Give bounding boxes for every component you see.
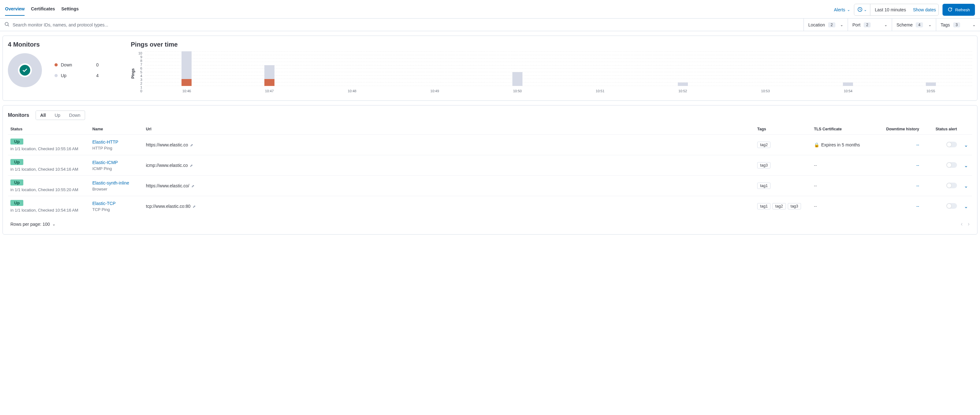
svg-point-1 (5, 22, 8, 25)
monitor-type: HTTP Ping (92, 146, 141, 150)
refresh-icon (948, 7, 953, 13)
search-icon (5, 22, 10, 28)
downtime-history[interactable]: -- (916, 204, 919, 209)
col-alert: Status alert (922, 124, 959, 135)
quick-select-button[interactable]: ⌄ (854, 4, 870, 16)
filter-scheme[interactable]: Scheme 4 ⌄ (892, 19, 936, 31)
legend-dot-up (54, 74, 58, 77)
tab-overview[interactable]: Overview (5, 6, 25, 16)
col-url: Url (143, 124, 755, 135)
tag-badge[interactable]: tag2 (772, 203, 786, 209)
tag-badge[interactable]: tag2 (757, 142, 770, 148)
pager-prev[interactable]: ‹ (961, 221, 963, 227)
external-link-icon: ⬈ (190, 163, 193, 168)
monitor-name-link[interactable]: Elastic-TCP (92, 201, 116, 206)
expand-row-button[interactable]: ⌄ (964, 163, 968, 168)
tag-badge[interactable]: tag3 (757, 162, 770, 168)
alerts-dropdown[interactable]: Alerts ⌄ (834, 7, 851, 12)
status-alert-toggle[interactable] (946, 162, 957, 168)
downtime-history[interactable]: -- (916, 183, 919, 188)
filter-location-label: Location (808, 22, 825, 27)
search-input[interactable] (13, 22, 799, 27)
monitor-name-link[interactable]: Elastic-HTTP (92, 139, 118, 144)
tab-settings[interactable]: Settings (62, 6, 79, 16)
chevron-down-icon: ⌄ (840, 23, 843, 27)
external-link-icon: ⬈ (192, 204, 196, 209)
legend-down-label: Down (61, 62, 72, 67)
x-tick: 10:55 (889, 87, 972, 95)
x-tick: 10:53 (724, 87, 807, 95)
rows-per-page-label: Rows per page: 100 (10, 222, 50, 227)
filter-tags[interactable]: Tags 3 ⌄ (936, 19, 980, 31)
filter-port-count: 2 (864, 22, 871, 27)
chart-bar (512, 72, 522, 86)
refresh-button[interactable]: Refresh (942, 4, 975, 16)
expand-row-button[interactable]: ⌄ (964, 183, 968, 188)
x-tick: 10:47 (228, 87, 311, 95)
time-range-display[interactable]: Last 10 minutes (870, 4, 910, 16)
filter-tab-up[interactable]: Up (50, 111, 65, 120)
filter-location[interactable]: Location 2 ⌄ (803, 19, 848, 31)
legend-up-label: Up (61, 73, 67, 78)
expand-row-button[interactable]: ⌄ (964, 204, 968, 209)
monitor-type: TCP Ping (92, 207, 141, 212)
pings-chart: Pings 109876543210 10:4610:4710:4810:491… (131, 51, 972, 95)
filter-scheme-label: Scheme (897, 22, 913, 27)
x-tick: 10:49 (393, 87, 476, 95)
chevron-down-icon: ⌄ (928, 23, 931, 27)
filter-tags-label: Tags (940, 22, 950, 27)
monitor-url-link[interactable]: tcp://www.elastic.co:80⬈ (146, 204, 196, 209)
status-subtext: in 1/1 location, Checked 10:54:16 AM (10, 167, 87, 172)
tag-badge[interactable]: tag1 (757, 183, 770, 189)
status-alert-toggle[interactable] (946, 183, 957, 188)
tls-text: -- (814, 183, 817, 188)
show-dates-link[interactable]: Show dates (913, 7, 936, 12)
chevron-down-icon: ⌄ (972, 23, 975, 27)
status-badge: Up (10, 139, 23, 144)
pager-next[interactable]: › (968, 221, 970, 227)
status-subtext: in 1/1 location, Checked 10:55:16 AM (10, 146, 87, 151)
search-wrapper[interactable] (0, 19, 803, 31)
time-picker[interactable]: ⌄ Last 10 minutes Show dates (854, 4, 939, 16)
monitors-header: Monitors (8, 112, 29, 118)
filter-tags-count: 3 (953, 22, 961, 27)
monitor-type: Browser (92, 187, 141, 192)
x-tick: 10:46 (145, 87, 228, 95)
tag-badge[interactable]: tag1 (757, 203, 770, 209)
filter-location-count: 2 (828, 22, 835, 27)
refresh-label: Refresh (955, 8, 970, 12)
status-badge: Up (10, 179, 23, 185)
filter-port[interactable]: Port 2 ⌄ (848, 19, 892, 31)
chevron-down-icon: ⌄ (52, 222, 56, 227)
chart-bar (678, 82, 688, 86)
downtime-history[interactable]: -- (916, 142, 919, 147)
tab-certificates[interactable]: Certificates (31, 6, 55, 16)
tls-text: Expires in 5 months (821, 142, 860, 147)
chevron-down-icon: ⌄ (847, 8, 850, 12)
monitor-url-link[interactable]: https://www.elastic.co⬈ (146, 142, 193, 147)
monitor-url-link[interactable]: https://www.elastic.co/⬈ (146, 183, 194, 188)
monitors-count-title: 4 Monitors (8, 41, 118, 48)
expand-row-button[interactable]: ⌄ (964, 142, 968, 148)
filter-port-label: Port (853, 22, 861, 27)
tag-badge[interactable]: tag3 (788, 203, 801, 209)
rows-per-page[interactable]: Rows per page: 100 ⌄ (10, 222, 56, 227)
col-tags: Tags (755, 124, 811, 135)
monitor-name-link[interactable]: Elastic-synth-inline (92, 181, 129, 185)
clock-icon (858, 7, 862, 13)
x-tick: 10:51 (559, 87, 641, 95)
y-axis-label: Pings (131, 68, 135, 79)
status-alert-toggle[interactable] (946, 203, 957, 209)
external-link-icon: ⬈ (190, 143, 193, 147)
col-tls: TLS Certificate (811, 124, 878, 135)
status-alert-toggle[interactable] (946, 142, 957, 147)
chevron-down-icon: ⌄ (884, 23, 887, 27)
filter-tab-down[interactable]: Down (65, 111, 85, 120)
filter-tab-all[interactable]: All (36, 111, 51, 120)
table-row: Upin 1/1 location, Checked 10:54:16 AMEl… (8, 196, 972, 217)
pings-title: Pings over time (131, 41, 972, 48)
monitor-url-link[interactable]: icmp://www.elastic.co⬈ (146, 163, 193, 168)
lock-icon: 🔒 (814, 142, 819, 147)
downtime-history[interactable]: -- (916, 163, 919, 168)
monitor-name-link[interactable]: Elastic-ICMP (92, 160, 118, 165)
